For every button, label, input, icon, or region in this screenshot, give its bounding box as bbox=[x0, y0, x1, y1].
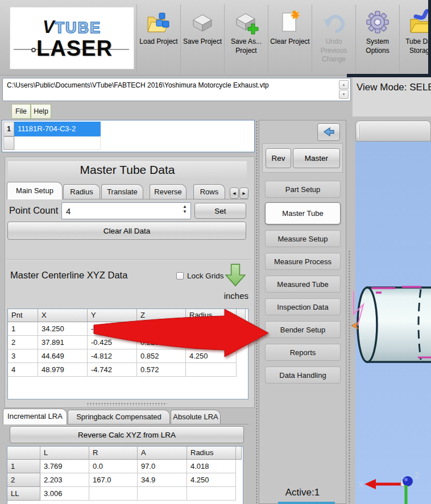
lock-grids-checkbox[interactable] bbox=[176, 272, 184, 280]
lra-header-row: L R A Radius bbox=[7, 447, 243, 460]
collapse-panel-button[interactable] bbox=[317, 123, 340, 141]
xyz-col-radius[interactable]: Radius bbox=[186, 309, 237, 322]
path-spin-down-button[interactable]: ▼ bbox=[339, 90, 349, 99]
viewport-header-bar[interactable] bbox=[355, 120, 431, 141]
project-path-text: C:\Users\Public\Documents\VTube\FABTECH … bbox=[7, 81, 269, 89]
cell[interactable]: 97.0 bbox=[138, 460, 187, 473]
save-as-project-button[interactable]: Save As... Project bbox=[224, 5, 268, 73]
tab-reverse[interactable]: Reverse bbox=[150, 184, 187, 199]
cell[interactable]: 4 bbox=[8, 363, 38, 377]
point-count-spinner[interactable]: ▲▼ bbox=[183, 205, 187, 215]
part-list-grid: 1 11181R-704-C3-2 bbox=[2, 120, 255, 152]
xyz-col-y[interactable]: Y bbox=[88, 309, 137, 322]
cell[interactable]: 4.018 bbox=[186, 336, 237, 349]
cell[interactable] bbox=[186, 363, 237, 377]
tab-radius[interactable]: Radius bbox=[63, 184, 100, 199]
nav-item-data-handling[interactable]: Data Handling bbox=[265, 366, 341, 384]
left-vertical-splitter[interactable] bbox=[255, 120, 258, 504]
xyz-col-z[interactable]: Z bbox=[137, 309, 186, 322]
part-row-header[interactable]: 1 bbox=[3, 122, 14, 136]
part-row-header-empty[interactable] bbox=[3, 136, 14, 150]
cell[interactable] bbox=[186, 322, 237, 336]
cell[interactable]: 37.891 bbox=[38, 336, 88, 349]
tab-springback-compensated-lra[interactable]: Springback Compensated LRA bbox=[68, 410, 170, 424]
bottom-partial-button[interactable] bbox=[278, 502, 335, 504]
cell[interactable]: -4.812 bbox=[88, 349, 137, 363]
point-count-input[interactable]: 4 ▲▼ bbox=[61, 202, 191, 219]
master-button[interactable]: Master bbox=[293, 148, 340, 168]
cell[interactable]: 167.0 bbox=[89, 473, 138, 487]
path-spin-up-button[interactable]: ▲ bbox=[339, 80, 349, 89]
cell[interactable] bbox=[89, 487, 138, 501]
send-down-arrow-button[interactable] bbox=[225, 263, 246, 287]
cell[interactable]: 0.0 bbox=[89, 460, 138, 473]
cell[interactable]: 34.9 bbox=[138, 473, 187, 487]
cell[interactable]: 3 bbox=[8, 349, 38, 363]
project-path-input[interactable]: C:\Users\Public\Documents\VTube\FABTECH … bbox=[2, 78, 351, 101]
row-header[interactable]: LL bbox=[7, 487, 40, 501]
vtube-laser-logo: VTUBE LASER bbox=[10, 7, 134, 69]
system-options-button[interactable]: System Options bbox=[355, 5, 399, 73]
tab-scroll-right-button[interactable]: ► bbox=[239, 188, 248, 199]
lra-col-l[interactable]: L bbox=[40, 447, 89, 460]
reverse-calc-xyz-button[interactable]: Reverse Calc XYZ from LRA bbox=[10, 426, 244, 443]
lra-col-r[interactable]: R bbox=[89, 447, 138, 460]
cell[interactable]: -4.742 bbox=[88, 363, 137, 377]
part-name-cell-selected[interactable]: 11181R-704-C3-2 bbox=[14, 122, 101, 136]
cell[interactable]: 2 bbox=[8, 336, 38, 349]
tab-translate[interactable]: Translate bbox=[101, 184, 143, 199]
nav-item-bender-setup[interactable]: Bender Setup bbox=[265, 321, 341, 338]
cell[interactable]: 3.769 bbox=[40, 460, 89, 473]
cell[interactable]: 3.006 bbox=[40, 487, 89, 501]
cell[interactable]: 4.250 bbox=[186, 349, 237, 363]
tab-scroll-left-button[interactable]: ◄ bbox=[230, 188, 239, 199]
part-name-cell-empty[interactable] bbox=[14, 136, 101, 150]
cell[interactable]: 48.979 bbox=[38, 363, 88, 377]
cell[interactable]: 4.018 bbox=[187, 460, 236, 473]
tab-main-setup[interactable]: Main Setup bbox=[7, 182, 63, 199]
nav-item-measure-process[interactable]: Measure Process bbox=[265, 253, 341, 270]
rev-button[interactable]: Rev bbox=[266, 148, 291, 168]
xyz-table-row: 3 44.649 -4.812 0.852 4.250 bbox=[8, 349, 248, 363]
nav-item-reports[interactable]: Reports bbox=[265, 344, 341, 361]
nav-item-master-tube[interactable]: Master Tube bbox=[265, 202, 341, 224]
cell[interactable]: 2.203 bbox=[40, 473, 89, 487]
nav-item-measured-tube[interactable]: Measured Tube bbox=[265, 276, 341, 293]
tab-incremental-lra[interactable]: Incremental LRA bbox=[3, 409, 67, 424]
cell[interactable]: 0.572 bbox=[137, 363, 186, 377]
xyz-col-x[interactable]: X bbox=[38, 309, 88, 322]
cell[interactable] bbox=[187, 487, 236, 501]
help-menu-button[interactable]: Help bbox=[31, 104, 51, 119]
save-project-button[interactable]: Save Project bbox=[180, 5, 224, 73]
set-button[interactable]: Set bbox=[194, 203, 246, 219]
horizontal-splitter[interactable] bbox=[86, 402, 167, 406]
lra-table-row: LL 3.006 bbox=[7, 487, 243, 501]
cell[interactable]: 44.649 bbox=[38, 349, 88, 363]
nav-item-part-setup[interactable]: Part Setup bbox=[265, 181, 341, 198]
nav-item-measure-setup[interactable]: Measure Setup bbox=[265, 230, 341, 247]
tube-data-storage-button[interactable]: Tube Data Storage bbox=[399, 5, 431, 73]
cell[interactable]: 4.250 bbox=[187, 473, 236, 487]
row-header[interactable]: 1 bbox=[7, 460, 40, 473]
cell[interactable]: -7.899 bbox=[88, 322, 137, 336]
cell[interactable]: 0.302 bbox=[137, 322, 186, 336]
cell[interactable]: -0.425 bbox=[88, 336, 137, 349]
cell[interactable]: 34.250 bbox=[38, 322, 88, 336]
clear-all-data-button[interactable]: Clear All Data bbox=[7, 222, 246, 240]
ribbon-toolbar: VTUBE LASER Load Project bbox=[0, 0, 431, 76]
cell[interactable]: 0.852 bbox=[137, 349, 186, 363]
file-menu-button[interactable]: File bbox=[11, 104, 31, 119]
cell[interactable]: 0.223 bbox=[137, 336, 186, 349]
undo-icon bbox=[320, 9, 347, 36]
lra-col-a[interactable]: A bbox=[138, 447, 187, 460]
tab-rows[interactable]: Rows bbox=[193, 184, 225, 199]
xyz-col-pnt[interactable]: Pnt bbox=[8, 309, 38, 322]
load-project-button[interactable]: Load Project bbox=[136, 5, 180, 73]
row-header[interactable]: 2 bbox=[7, 473, 40, 487]
cell[interactable]: 1 bbox=[8, 322, 38, 336]
nav-item-inspection-data[interactable]: Inspection Data bbox=[265, 298, 341, 315]
cell[interactable] bbox=[138, 487, 187, 501]
tab-absolute-lra[interactable]: Absolute LRA bbox=[171, 410, 221, 424]
clear-project-button[interactable]: Clear Project bbox=[268, 5, 312, 73]
lra-col-radius[interactable]: Radius bbox=[187, 447, 236, 460]
